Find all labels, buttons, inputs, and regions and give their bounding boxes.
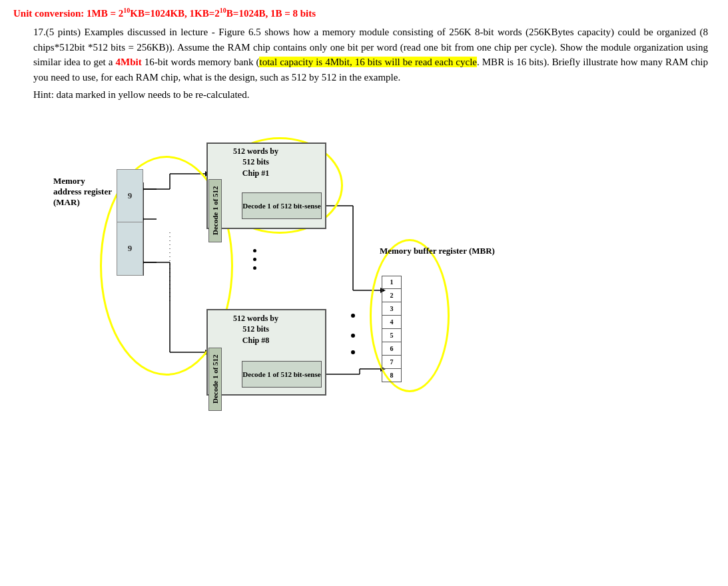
chip1-label: 512 words by 512 bits Chip #1	[233, 146, 278, 179]
chip8-label: 512 words by 512 bits Chip #8	[233, 313, 278, 346]
mar-top-value: 9	[117, 170, 143, 223]
unit-conversion: Unit conversion: 1MB = 210KB=1024KB, 1KB…	[13, 7, 715, 19]
mbr-label: Memory buffer register (MBR)	[380, 246, 495, 256]
svg-point-28	[351, 314, 355, 318]
mar-bottom-value: 9	[117, 222, 143, 275]
mbr-cell-2: 2	[382, 289, 401, 302]
svg-point-29	[351, 334, 355, 338]
mbr-cell-8: 8	[382, 369, 401, 382]
mbr-cell-7: 7	[382, 356, 401, 369]
mar-box: 9 9	[117, 169, 143, 276]
dots-between-chips	[253, 249, 256, 270]
diagram-container: Memory address register (MAR) 9 9 512 wo…	[53, 116, 520, 402]
highlight-4mbit: 4Mbit	[115, 57, 141, 67]
question-text: 17.(5 pints) Examples discussed in lectu…	[33, 25, 708, 103]
mbr-cell-5: 5	[382, 329, 401, 342]
chip8-decode-box: Decode 1 of 512 bit-sense	[242, 361, 322, 388]
highlight-yellow-text: total capacity is 4Mbit, 16 bits will be…	[259, 57, 477, 67]
mbr-cell-1: 1	[382, 276, 401, 290]
decode-label-chip8: Decode 1 of 512	[208, 348, 222, 411]
question-number: 17.(5 pints)	[33, 27, 81, 37]
mbr-box: 1 2 3 4 5 6 7 8	[382, 276, 402, 382]
mbr-cell-3: 3	[382, 302, 401, 316]
svg-point-30	[351, 350, 355, 354]
mar-label: Memory address register (MAR)	[53, 176, 113, 208]
chip1-decode-box: Decode 1 of 512 bit-sense	[242, 192, 322, 219]
decode-label-chip1: Decode 1 of 512	[208, 179, 222, 242]
mbr-cell-4: 4	[382, 316, 401, 329]
mbr-cell-6: 6	[382, 342, 401, 356]
